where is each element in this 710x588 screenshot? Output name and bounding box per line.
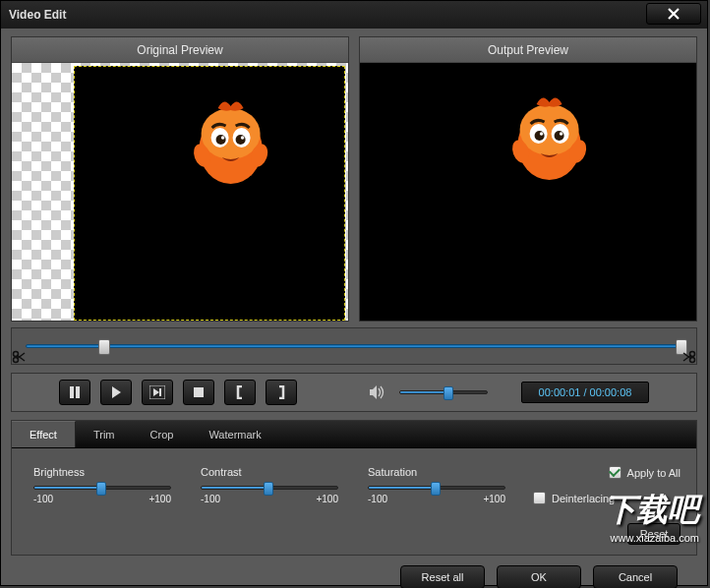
- apply-all-label: Apply to All: [627, 467, 680, 479]
- contrast-label: Contrast: [201, 466, 338, 478]
- svg-point-7: [241, 136, 245, 140]
- checkbox-icon: [609, 466, 621, 479]
- tab-watermark[interactable]: Watermark: [191, 421, 278, 447]
- deinterlacing-checkbox[interactable]: Deinterlacing: [533, 492, 615, 504]
- svg-point-11: [520, 104, 579, 155]
- time-display: 00:00:01 / 00:00:08: [521, 382, 649, 403]
- volume-icon[interactable]: [368, 383, 385, 401]
- svg-point-6: [221, 136, 225, 140]
- effects-body: Brightness -100+100 Contrast -: [12, 448, 696, 555]
- svg-point-14: [535, 131, 545, 141]
- saturation-thumb[interactable]: [431, 482, 441, 496]
- svg-point-16: [540, 132, 544, 136]
- playback-controls: 00:00:01 / 00:00:08: [11, 373, 697, 412]
- contrast-slider[interactable]: [201, 486, 338, 490]
- video-edit-window: Video Edit Original Preview: [0, 0, 708, 586]
- video-frame-image: [505, 90, 594, 189]
- svg-rect-25: [76, 386, 80, 398]
- close-icon: [667, 7, 680, 21]
- svg-point-15: [555, 131, 564, 141]
- video-frame-image: [187, 94, 275, 193]
- trim-end-icon[interactable]: [682, 350, 696, 364]
- output-preview-panel: Output Preview: [359, 36, 697, 322]
- svg-point-1: [202, 108, 261, 159]
- svg-rect-28: [194, 387, 204, 397]
- window-title: Video Edit: [9, 8, 66, 22]
- contrast-thumb[interactable]: [264, 482, 273, 496]
- close-button[interactable]: [646, 3, 701, 25]
- svg-point-5: [236, 135, 246, 145]
- tab-trim[interactable]: Trim: [76, 421, 133, 447]
- original-preview-label: Original Preview: [12, 37, 348, 63]
- output-preview-body[interactable]: [360, 63, 696, 321]
- step-forward-button[interactable]: [142, 380, 173, 405]
- svg-rect-24: [70, 386, 74, 398]
- cancel-button[interactable]: Cancel: [593, 565, 678, 588]
- timeline-playhead[interactable]: [98, 339, 110, 355]
- brightness-thumb[interactable]: [96, 482, 106, 496]
- volume-slider[interactable]: [399, 390, 488, 394]
- brightness-slider[interactable]: [33, 486, 171, 490]
- brightness-slider-group: Brightness -100+100: [33, 466, 171, 504]
- contrast-slider-group: Contrast -100+100: [201, 466, 338, 504]
- bracket-right-button[interactable]: [266, 380, 297, 405]
- ok-button[interactable]: OK: [497, 565, 581, 588]
- bracket-left-button[interactable]: [224, 380, 256, 405]
- checkbox-icon: [533, 492, 546, 504]
- play-button[interactable]: [100, 380, 132, 405]
- tab-crop[interactable]: Crop: [133, 421, 192, 447]
- content-area: Original Preview: [1, 29, 707, 588]
- brightness-label: Brightness: [33, 466, 171, 478]
- preview-row: Original Preview: [11, 36, 697, 322]
- svg-rect-27: [159, 388, 161, 396]
- tabs-row: Effect Trim Crop Watermark: [12, 421, 696, 448]
- svg-point-17: [560, 132, 563, 136]
- saturation-label: Saturation: [368, 466, 505, 478]
- saturation-slider[interactable]: [368, 486, 505, 490]
- svg-point-4: [216, 135, 226, 145]
- reset-all-button[interactable]: Reset all: [400, 565, 485, 588]
- stop-button[interactable]: [183, 380, 214, 405]
- timeline[interactable]: [11, 327, 697, 365]
- deinterlacing-label: Deinterlacing: [552, 493, 615, 504]
- saturation-slider-group: Saturation -100+100: [368, 466, 505, 504]
- tabs-panel: Effect Trim Crop Watermark Brightness -1…: [11, 420, 697, 556]
- pause-button[interactable]: [59, 380, 90, 405]
- original-preview-panel: Original Preview: [11, 36, 349, 322]
- timeline-track[interactable]: [26, 344, 682, 348]
- dialog-buttons: Reset all OK Cancel: [11, 556, 697, 588]
- reset-button[interactable]: Reset: [627, 523, 680, 545]
- apply-all-checkbox[interactable]: Apply to All: [609, 466, 680, 479]
- volume-thumb[interactable]: [444, 386, 453, 400]
- original-preview-body[interactable]: [12, 63, 348, 321]
- trim-start-icon[interactable]: [12, 350, 26, 364]
- crop-selection[interactable]: [74, 66, 345, 321]
- titlebar[interactable]: Video Edit: [1, 1, 707, 29]
- output-preview-label: Output Preview: [360, 37, 696, 63]
- tab-effect[interactable]: Effect: [12, 421, 76, 447]
